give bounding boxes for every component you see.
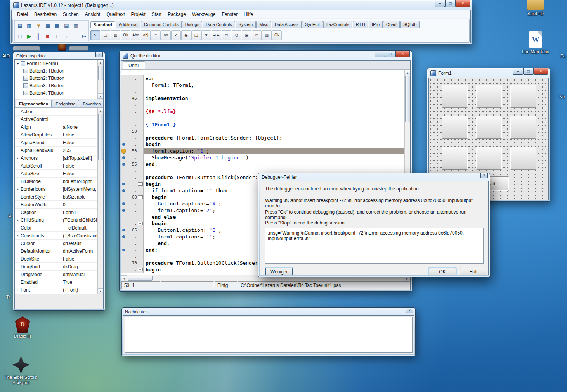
desktop-icon-spiel[interactable]: Spiel =D <box>519 0 552 16</box>
view-units-icon[interactable]: ▤ <box>62 21 71 30</box>
tradiobutton-icon[interactable]: ◉ <box>181 30 191 40</box>
property-value[interactable] <box>61 116 97 123</box>
ide-titlebar[interactable]: Lazarus IDE v1.0.12 - project1 (Debuggen… <box>11 0 471 10</box>
palette-tab-dialogs[interactable]: Dialogs <box>182 21 203 28</box>
view-forms-icon[interactable]: ▥ <box>71 21 80 30</box>
palette-tab-standard[interactable]: Standard <box>90 21 115 28</box>
maximize-button[interactable]: □ <box>523 68 534 75</box>
property-row[interactable]: AutoScrollFalse <box>15 162 97 170</box>
property-row[interactable]: ▸ChildSizing(TControlChildSi <box>15 216 97 224</box>
inspector-tab-favoriten[interactable]: Favoriten <box>80 100 104 107</box>
new-form-icon[interactable]: □ <box>16 32 24 41</box>
property-row[interactable]: EnabledTrue <box>15 278 97 286</box>
new-package-icon[interactable]: ▥ <box>25 21 34 30</box>
maximize-button[interactable]: □ <box>445 0 456 7</box>
property-row[interactable]: AllowDropFilesFalse <box>15 131 97 139</box>
tradiogroup-icon[interactable]: ◎ <box>232 30 241 40</box>
select-tool-icon[interactable]: ↖ <box>90 30 100 40</box>
tcombobox-icon[interactable]: ▼ <box>201 30 211 40</box>
property-value[interactable]: True <box>61 278 97 286</box>
property-row[interactable]: ActiveControl <box>15 116 97 123</box>
property-value[interactable]: False <box>61 162 97 169</box>
scroll-left-icon[interactable]: ◄ <box>121 275 127 281</box>
form-designer-titlebar[interactable]: Form1 – □ × <box>428 68 549 78</box>
save-icon[interactable]: ▦ <box>43 21 52 30</box>
tbutton-icon[interactable]: Ok <box>121 30 130 40</box>
expand-icon[interactable]: ▸ <box>16 288 20 292</box>
property-value[interactable]: dmManual <box>61 271 97 278</box>
expand-icon[interactable]: ▸ <box>16 234 20 237</box>
property-row[interactable]: AlphaBlendFalse <box>15 139 97 147</box>
desktop-icon-diablo-iii[interactable]: D Diablo III <box>6 316 39 339</box>
property-value[interactable]: False <box>61 170 97 177</box>
property-value[interactable]: Form1 <box>61 209 97 216</box>
tframe-icon[interactable]: ▦ <box>262 30 272 40</box>
code-line[interactable]: .var <box>121 75 404 82</box>
property-value[interactable]: bdLeftToRight <box>61 178 97 185</box>
palette-tab-lazcontrols[interactable]: LazControls <box>323 21 352 28</box>
tree-item-4[interactable]: Button4: TButton <box>15 89 103 97</box>
property-row[interactable]: BiDiModebdLeftToRight <box>15 178 97 185</box>
tree-item-2[interactable]: Button2: TButton <box>15 74 103 82</box>
run-to-cursor-icon[interactable]: ↦ <box>80 32 88 41</box>
code-line[interactable]: . <box>121 102 404 108</box>
fold-icon[interactable]: − <box>138 182 143 186</box>
property-row[interactable]: AlignalNone <box>15 123 97 131</box>
open-file-icon[interactable]: ▼ <box>34 21 43 30</box>
menu-suchen[interactable]: Suchen <box>60 11 82 18</box>
form-designer-button[interactable] <box>510 116 536 139</box>
object-inspector-titlebar[interactable]: Objektinspektor × <box>14 52 104 59</box>
step-out-icon[interactable]: ↑ <box>71 32 80 41</box>
form-designer-button[interactable] <box>442 116 468 139</box>
code-line[interactable]: .{ TForm1 } <box>121 121 404 128</box>
property-value[interactable]: dkDrag <box>61 263 97 270</box>
minimize-button[interactable]: – <box>435 0 445 7</box>
code-line[interactable]: .begin <box>121 141 404 148</box>
scroll-thumb[interactable] <box>98 66 103 80</box>
property-row[interactable]: ▸Constraints(TSizeConstraint <box>15 232 97 240</box>
property-grid-scrollbar[interactable]: ▲ ▼ <box>97 108 103 294</box>
property-row[interactable]: DragKinddkDrag <box>15 263 97 271</box>
code-line[interactable]: . <box>121 88 404 95</box>
code-line[interactable]: .{$R *.lfm} <box>121 108 404 115</box>
expand-icon[interactable]: ▸ <box>16 218 20 222</box>
palette-tab-common-controls[interactable]: Common Controls <box>141 21 182 28</box>
property-row[interactable]: ▸BorderIcons[biSystemMenu, <box>15 185 97 193</box>
ttogglebox-icon[interactable]: on <box>161 30 171 40</box>
property-row[interactable]: DragModedmManual <box>15 271 97 278</box>
property-value[interactable]: bsSizeable <box>61 193 97 200</box>
palette-tab-sqldb[interactable]: SQLdb <box>400 21 420 28</box>
source-editor-titlebar[interactable]: Quelltexteditor – □ × <box>121 51 411 60</box>
dialog-details-box[interactable]: ,msg="Warning:\nCannot insert breakpoint… <box>265 228 484 264</box>
property-value[interactable] <box>61 108 97 115</box>
scroll-thumb[interactable] <box>405 76 410 122</box>
palette-tab-misc[interactable]: Misc <box>256 21 271 28</box>
property-value[interactable]: False <box>61 255 97 262</box>
code-line[interactable]: 45implementation <box>121 95 404 102</box>
close-icon[interactable]: × <box>406 308 413 313</box>
tactionlist-icon[interactable]: Ok <box>272 30 282 40</box>
property-row[interactable]: DockSiteFalse <box>15 255 97 263</box>
property-row[interactable]: CaptionForm1 <box>15 209 97 216</box>
menu-start[interactable]: Start <box>149 11 165 18</box>
tree-item-1[interactable]: Button1: TButton <box>15 67 103 74</box>
menu-quelltext[interactable]: Quelltext <box>103 11 128 18</box>
scroll-up-icon[interactable]: ▲ <box>98 108 104 113</box>
expand-icon[interactable]: ▸ <box>16 187 20 191</box>
stop-icon[interactable]: ■ <box>43 32 52 41</box>
code-line[interactable]: 50 <box>121 128 404 135</box>
property-value[interactable]: False <box>61 131 97 138</box>
menu-fenster[interactable]: Fenster <box>218 11 241 18</box>
inspector-tab-eigenschaften[interactable]: Eigenschaften <box>16 100 52 107</box>
palette-tab-data-controls[interactable]: Data Controls <box>203 21 235 28</box>
property-row[interactable]: AlphaBlendValu255 <box>15 147 97 154</box>
palette-tab-rtti[interactable]: RTTI <box>353 21 368 28</box>
property-value[interactable]: 255 <box>61 147 97 154</box>
property-value[interactable]: alNone <box>61 123 97 131</box>
run-icon[interactable]: ▶ <box>25 32 34 41</box>
property-value[interactable]: (TSizeConstraint <box>61 232 97 239</box>
ok-button[interactable]: OK <box>429 268 456 275</box>
menu-package[interactable]: Package <box>165 11 189 18</box>
tgroupbox-icon[interactable]: □ <box>222 30 231 40</box>
menu-werkzeuge[interactable]: Werkzeuge <box>189 11 218 18</box>
